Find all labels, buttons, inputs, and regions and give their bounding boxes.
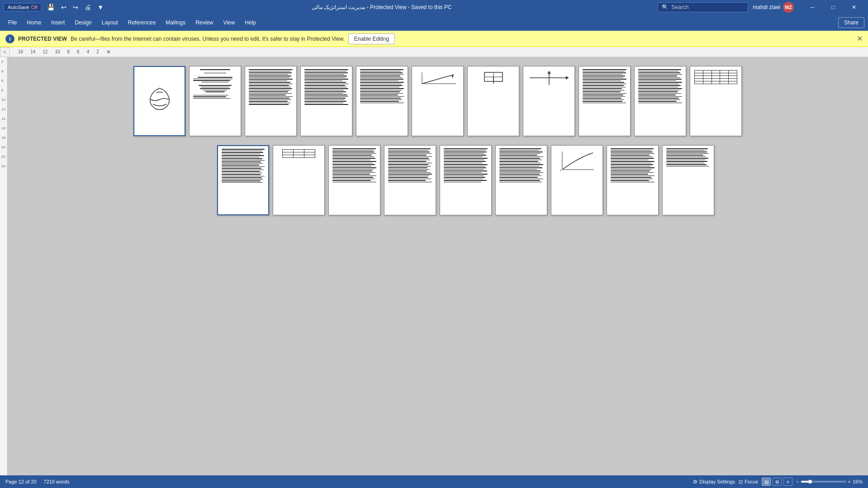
ruler-numbers: 16 14 12 10 8 6 4 2 ✕ xyxy=(18,49,111,55)
menu-view[interactable]: View xyxy=(219,18,240,28)
page-thumb-19[interactable] xyxy=(607,145,659,215)
avatar[interactable]: MZ xyxy=(783,2,794,13)
menu-layout[interactable]: Layout xyxy=(97,18,123,28)
page-14-content xyxy=(329,146,380,186)
web-layout-button[interactable]: ⊞ xyxy=(773,478,782,486)
page-thumb-2[interactable] xyxy=(189,66,241,136)
menu-review[interactable]: Review xyxy=(191,18,218,28)
page-thumb-7[interactable] xyxy=(467,66,519,136)
save-icon[interactable]: 💾 xyxy=(45,3,57,12)
small-table xyxy=(282,149,316,158)
protected-message: Be careful—files from the Internet can c… xyxy=(71,36,345,42)
page-10-content xyxy=(635,66,686,107)
main-content: 2 4 6 8 10 12 14 16 18 20 22 24 xyxy=(0,57,868,475)
page-thumb-6[interactable] xyxy=(412,66,464,136)
page-20-content xyxy=(663,146,714,170)
undo-icon[interactable]: ↩ xyxy=(59,3,68,12)
titlebar: AutoSave Off 💾 ↩ ↪ 🖨 ▼ مدیریت استراتژیک … xyxy=(0,0,868,14)
page-thumb-20[interactable] xyxy=(662,145,714,215)
page-thumb-8[interactable] xyxy=(523,66,575,136)
cover-content xyxy=(134,67,185,135)
pages-row-1 xyxy=(133,66,742,136)
protected-view-bar: i PROTECTED VIEW Be careful—files from t… xyxy=(0,31,868,47)
page-thumb-13[interactable] xyxy=(273,145,325,215)
svg-line-0 xyxy=(422,75,454,84)
autosave-state: Off xyxy=(31,5,38,10)
protected-icon: i xyxy=(5,34,14,43)
protected-close-button[interactable]: ✕ xyxy=(857,34,863,43)
page-6-content xyxy=(412,66,463,90)
page-16-content xyxy=(440,146,491,186)
page-4-content xyxy=(301,66,352,109)
protected-title: PROTECTED VIEW xyxy=(18,36,67,42)
zoom-out-button[interactable]: − xyxy=(796,479,799,484)
page-info: Page 12 of 20 xyxy=(5,479,37,484)
page-19-content xyxy=(607,146,658,186)
horizontal-ruler: ↖ 16 14 12 10 8 6 4 2 ✕ xyxy=(0,47,868,57)
search-placeholder: Search xyxy=(671,4,688,10)
user-info: mahdi ziaei MZ xyxy=(753,2,794,13)
page-thumb-3[interactable] xyxy=(245,66,297,136)
search-icon: 🔍 xyxy=(662,4,669,10)
zoom-level: 16% xyxy=(853,479,863,484)
display-settings-label[interactable]: ⚙ Display Settings xyxy=(693,479,735,485)
zoom-in-button[interactable]: + xyxy=(848,479,851,484)
menu-home[interactable]: Home xyxy=(22,18,46,28)
close-button[interactable]: ✕ xyxy=(844,0,864,14)
enable-editing-button[interactable]: Enable Editing xyxy=(348,33,395,44)
customize-icon[interactable]: ▼ xyxy=(95,3,105,12)
page-thumb-14[interactable] xyxy=(328,145,380,215)
redo-icon[interactable]: ↪ xyxy=(71,3,80,12)
document-area: 0 xyxy=(7,57,868,475)
statusbar: Page 12 of 20 7210 words ⚙ Display Setti… xyxy=(0,475,868,488)
restore-button[interactable]: □ xyxy=(823,0,844,14)
page-thumb-16[interactable] xyxy=(440,145,492,215)
page-thumb-11[interactable] xyxy=(690,66,742,136)
page-thumb-5[interactable] xyxy=(356,66,408,136)
page-15-content xyxy=(384,146,436,186)
page-thumb-1[interactable] xyxy=(133,66,185,136)
page-thumb-4[interactable] xyxy=(300,66,352,136)
menu-mailings[interactable]: Mailings xyxy=(161,18,190,28)
page-17-content xyxy=(496,146,547,186)
ruler-corner[interactable]: ↖ xyxy=(0,47,10,57)
svg-marker-10 xyxy=(547,71,551,74)
page-2-content xyxy=(190,66,241,102)
page-8-content xyxy=(523,66,574,90)
view-buttons: ▤ ⊞ ≡ xyxy=(762,478,792,486)
vertical-ruler-numbers: 2 4 6 8 10 12 14 16 18 20 22 24 xyxy=(1,60,5,168)
page-11-content xyxy=(690,66,741,88)
print-layout-button[interactable]: ▤ xyxy=(762,478,771,486)
menu-references[interactable]: References xyxy=(123,18,160,28)
page-thumb-17[interactable] xyxy=(495,145,547,215)
menu-insert[interactable]: Insert xyxy=(47,18,69,28)
window-controls: ─ □ ✕ xyxy=(802,0,864,14)
user-initials: MZ xyxy=(785,5,792,10)
outline-view-button[interactable]: ≡ xyxy=(783,478,792,486)
page-thumb-15[interactable] xyxy=(384,145,436,215)
autosave-label: AutoSave xyxy=(8,5,29,10)
titlebar-quick-access: 💾 ↩ ↪ 🖨 ▼ xyxy=(45,3,105,12)
arabic-logo xyxy=(144,86,175,116)
share-button[interactable]: Share xyxy=(838,17,864,28)
focus-label[interactable]: ⊡ Focus xyxy=(739,479,758,485)
page-thumb-18[interactable]: 0 xyxy=(551,145,603,215)
autosave-button[interactable]: AutoSave Off xyxy=(4,3,42,11)
page-12-content xyxy=(218,146,268,186)
menu-file[interactable]: File xyxy=(4,18,21,28)
minimize-button[interactable]: ─ xyxy=(802,0,823,14)
page-thumb-10[interactable] xyxy=(634,66,686,136)
menu-design[interactable]: Design xyxy=(70,18,96,28)
svg-text:0: 0 xyxy=(560,169,561,172)
focus-text: Focus xyxy=(745,479,758,484)
display-settings-icon: ⚙ xyxy=(693,479,697,485)
print-icon[interactable]: 🖨 xyxy=(83,3,93,12)
document-title: مدیریت استراتژیک مالی - Protected View -… xyxy=(105,4,658,10)
zoom-slider-thumb xyxy=(808,480,812,483)
search-box[interactable]: 🔍 Search xyxy=(658,2,748,12)
menu-help[interactable]: Help xyxy=(240,18,261,28)
page-13-content xyxy=(273,146,324,161)
page-thumb-9[interactable] xyxy=(579,66,631,136)
zoom-slider[interactable] xyxy=(801,481,846,483)
page-thumb-12[interactable] xyxy=(217,145,269,215)
